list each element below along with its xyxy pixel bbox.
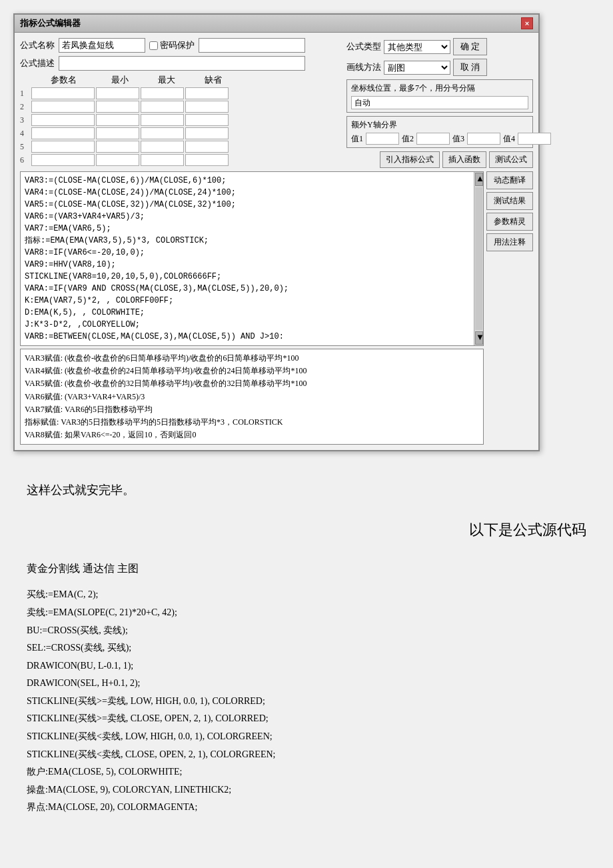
param-1-default[interactable]	[185, 87, 229, 99]
param-4-name[interactable]	[31, 127, 95, 139]
params-header: 参数名 最小 最大 缺省	[20, 74, 340, 86]
formula-code-line-10: STICKLINE(买线<卖线, CLOSE, OPEN, 2, 1), COL…	[27, 746, 586, 764]
test-result-btn[interactable]: 测试结果	[486, 192, 533, 210]
code-area-wrapper: VAR3:=(CLOSE-MA(CLOSE,6))/MA(CLOSE,6)*10…	[20, 171, 484, 346]
formula-desc-input[interactable]	[59, 56, 305, 71]
param-2-min[interactable]	[96, 101, 139, 113]
trans-line-2: VAR4赋值: (收盘价-收盘价的24日简单移动平均)/收盘价的24日简单移动平…	[25, 365, 479, 377]
translation-area: VAR3赋值: (收盘价-收盘价的6日简单移动平均)/收盘价的6日简单移动平均*…	[20, 349, 484, 445]
yaxis-val1-label: 值1	[351, 133, 363, 145]
code-line-14: VARB:=BETWEEN(CLOSE,MA(CLOSE,3),MA(CLOSE…	[25, 331, 470, 343]
formula-type-select[interactable]: 其他类型	[384, 40, 450, 54]
confirm-button[interactable]: 确 定	[453, 38, 487, 55]
param-1-max[interactable]	[141, 87, 184, 99]
param-6-name[interactable]	[31, 154, 95, 166]
params-section: 参数名 最小 最大 缺省 1 2	[20, 74, 340, 166]
coord-input[interactable]	[351, 96, 528, 109]
import-formula-btn[interactable]: 引入指标公式	[380, 151, 440, 168]
code-scrollbar[interactable]: ▲ ▼	[474, 172, 483, 345]
formula-code-line-11: 散户:EMA(CLOSE, 5), COLORWHITE;	[27, 763, 586, 781]
yaxis-val4-input[interactable]	[518, 133, 551, 145]
trans-line-6: 指标赋值: VAR3的5日指数移动平均的5日指数移动平均*3，COLORSTIC…	[25, 416, 479, 429]
formula-name-label: 公式名称	[20, 39, 55, 51]
formula-code-line-8: STICKLINE(买线>=卖线, CLOSE, OPEN, 2, 1), CO…	[27, 710, 586, 728]
param-6-max[interactable]	[141, 154, 184, 166]
yaxis-val2-input[interactable]	[416, 133, 450, 145]
scrollbar-down[interactable]: ▼	[475, 331, 483, 345]
dialog-title: 指标公式编辑器	[20, 17, 81, 29]
param-1-min[interactable]	[96, 87, 139, 99]
password-label: 密码保护	[160, 39, 195, 51]
close-button[interactable]: ×	[521, 17, 533, 29]
formula-name-row: 公式名称 密码保护	[20, 38, 340, 53]
formula-code-line-12: 操盘:MA(CLOSE, 9), COLORCYAN, LINETHICK2;	[27, 781, 586, 799]
editor-section: VAR3:=(CLOSE-MA(CLOSE,6))/MA(CLOSE,6)*10…	[20, 171, 533, 445]
scrollbar-up[interactable]: ▲	[475, 173, 483, 186]
param-5-min[interactable]	[96, 141, 139, 153]
code-line-6: 指标:=EMA(EMA(VAR3,5),5)*3, COLORSTICK;	[25, 235, 470, 247]
password-checkbox-row: 密码保护	[149, 39, 195, 51]
yaxis-val3-input[interactable]	[467, 133, 500, 145]
yaxis-val4-label: 值4	[503, 133, 515, 145]
code-line-10: VARA:=IF(VAR9 AND CROSS(MA(CLOSE,3),MA(C…	[25, 283, 470, 295]
yaxis-section: 额外Y轴分界 值1 值2 值3 值4	[346, 116, 533, 148]
params-col-min: 最小	[97, 74, 143, 86]
param-3-name[interactable]	[31, 114, 95, 126]
param-4-min[interactable]	[96, 127, 139, 139]
param-6-default[interactable]	[185, 154, 229, 166]
trans-line-3: VAR5赋值: (收盘价-收盘价的32日简单移动平均)/收盘价的32日简单移动平…	[25, 377, 479, 390]
cancel-button[interactable]: 取 消	[453, 59, 487, 76]
formula-code-line-1: 买线:=EMA(C, 2);	[27, 586, 586, 604]
formula-desc-label: 公式描述	[20, 57, 55, 69]
param-1-name[interactable]	[31, 87, 95, 99]
formula-section: 黄金分割线 通达信 主图 买线:=EMA(C, 2); 卖线:=EMA(SLOP…	[27, 558, 586, 817]
formula-code-line-3: BU:=CROSS(买线, 卖线);	[27, 622, 586, 640]
formula-code-block: 买线:=EMA(C, 2); 卖线:=EMA(SLOPE(C, 21)*20+C…	[27, 586, 586, 817]
param-row-1: 1	[20, 87, 340, 99]
param-3-max[interactable]	[141, 114, 184, 126]
dialog-titlebar: 指标公式编辑器 ×	[15, 15, 538, 33]
usage-note-btn[interactable]: 用法注释	[486, 233, 533, 251]
param-wizard-btn[interactable]: 参数精灵	[486, 213, 533, 231]
params-col-max: 最大	[143, 74, 190, 86]
param-2-default[interactable]	[185, 101, 229, 113]
formula-code-line-5: DRAWICON(BU, L-0.1, 1);	[27, 657, 586, 675]
trans-line-1: VAR3赋值: (收盘价-收盘价的6日简单移动平均)/收盘价的6日简单移动平均*…	[25, 352, 479, 365]
draw-method-select[interactable]: 副图	[384, 61, 450, 75]
code-line-7: VAR8:=IF(VAR6<=-20,10,0);	[25, 247, 470, 259]
test-formula-btn[interactable]: 测试公式	[489, 151, 533, 168]
right-panel: 公式类型 其他类型 确 定 画线方法 副图 取 消 坐标线位置，最多7个	[346, 38, 533, 168]
param-5-name[interactable]	[31, 141, 95, 153]
param-5-max[interactable]	[141, 141, 184, 153]
editor-right: 动态翻译 测试结果 参数精灵 用法注释	[486, 171, 533, 445]
formula-desc-row: 公式描述	[20, 56, 340, 71]
dynamic-translate-btn[interactable]: 动态翻译	[486, 171, 533, 189]
param-2-name[interactable]	[31, 101, 95, 113]
code-line-9: STICKLINE(VAR8=10,20,10,5,0),COLOR6666FF…	[25, 271, 470, 283]
coord-section: 坐标线位置，最多7个，用分号分隔	[346, 79, 533, 113]
param-6-min[interactable]	[96, 154, 139, 166]
code-line-4: VAR6:=(VAR3+VAR4+VAR5)/3;	[25, 211, 470, 223]
draw-method-label: 画线方法	[346, 61, 381, 73]
password-checkbox[interactable]	[149, 41, 158, 50]
formula-code-line-6: DRAWICON(SEL, H+0.1, 2);	[27, 675, 586, 693]
formula-type-label: 公式类型	[346, 41, 381, 53]
password-input[interactable]	[199, 38, 305, 53]
param-4-default[interactable]	[185, 127, 229, 139]
yaxis-val3-label: 值3	[452, 133, 464, 145]
insert-func-btn[interactable]: 插入函数	[442, 151, 486, 168]
param-row-2: 2	[20, 101, 340, 113]
formula-code-line-9: STICKLINE(买线<卖线, LOW, HIGH, 0.0, 1), COL…	[27, 728, 586, 746]
param-4-max[interactable]	[141, 127, 184, 139]
dialog-body: 公式名称 密码保护 公式描述 参数名	[15, 33, 538, 450]
param-2-max[interactable]	[141, 101, 184, 113]
param-3-default[interactable]	[185, 114, 229, 126]
param-5-default[interactable]	[185, 141, 229, 153]
left-panel: 公式名称 密码保护 公式描述 参数名	[20, 38, 340, 168]
code-line-11: K:EMA(VAR7,5)*2, , COLORFF00FF;	[25, 295, 470, 307]
yaxis-val1-input[interactable]	[366, 133, 399, 145]
formula-name-input[interactable]	[59, 38, 145, 53]
bottom-btn-row: 引入指标公式 插入函数 测试公式	[346, 151, 533, 168]
param-3-min[interactable]	[96, 114, 139, 126]
code-area[interactable]: VAR3:=(CLOSE-MA(CLOSE,6))/MA(CLOSE,6)*10…	[21, 172, 474, 345]
